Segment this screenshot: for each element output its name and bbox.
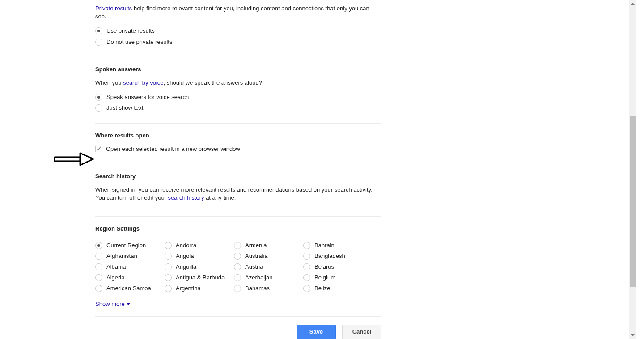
- heading-where-results-open: Where results open: [95, 132, 381, 140]
- region-option[interactable]: Belize: [303, 284, 373, 292]
- save-button[interactable]: Save: [297, 325, 336, 339]
- section-private-results: Private results help find more relevant …: [95, 4, 381, 57]
- radio-icon: [165, 274, 172, 281]
- region-option[interactable]: Anguilla: [165, 263, 234, 271]
- region-column: Current RegionAfghanistanAlbaniaAlgeriaA…: [95, 239, 165, 296]
- radio-icon: [95, 39, 102, 46]
- search-history-description: When signed in, you can receive more rel…: [95, 186, 381, 202]
- desc-text: , should we speak the answers aloud?: [163, 79, 262, 86]
- region-label: Albania: [106, 263, 126, 271]
- region-option[interactable]: Belarus: [303, 263, 373, 271]
- button-row: Save Cancel: [95, 325, 381, 339]
- vertical-scrollbar[interactable]: [629, 0, 636, 339]
- radio-icon: [95, 27, 102, 34]
- show-more-label: Show more: [95, 300, 125, 308]
- heading-region-settings: Region Settings: [95, 225, 381, 233]
- private-results-description: Private results help find more relevant …: [95, 4, 381, 21]
- region-option[interactable]: Azerbaijan: [234, 274, 303, 282]
- region-label: Algeria: [106, 274, 124, 282]
- section-region-settings: Region Settings Current RegionAfghanista…: [95, 225, 381, 316]
- region-label: Australia: [245, 252, 268, 260]
- radio-icon: [95, 242, 102, 249]
- triangle-down-icon: [631, 334, 635, 336]
- region-option[interactable]: Bahamas: [234, 284, 303, 292]
- radio-just-show-text[interactable]: Just show text: [95, 104, 381, 112]
- checkbox-icon: [95, 146, 102, 152]
- scroll-up-button[interactable]: [629, 0, 636, 8]
- heading-spoken-answers: Spoken answers: [95, 65, 381, 73]
- radio-label: Just show text: [106, 104, 143, 112]
- scroll-down-button[interactable]: [629, 331, 636, 339]
- region-option[interactable]: Angola: [165, 252, 234, 260]
- radio-icon: [234, 285, 241, 292]
- region-label: Belgium: [314, 274, 335, 282]
- region-option[interactable]: Australia: [234, 252, 303, 260]
- region-option[interactable]: Antigua & Barbuda: [165, 274, 234, 282]
- region-option[interactable]: Algeria: [95, 274, 165, 282]
- radio-icon: [303, 263, 310, 270]
- region-label: Argentina: [176, 284, 201, 292]
- radio-icon: [234, 274, 241, 281]
- search-history-link[interactable]: search history: [168, 194, 204, 201]
- radio-icon: [165, 285, 172, 292]
- radio-use-private-results[interactable]: Use private results: [95, 27, 381, 35]
- checkbox-open-new-window[interactable]: Open each selected result in a new brows…: [95, 145, 381, 153]
- region-option[interactable]: Belgium: [303, 274, 373, 282]
- region-column: ArmeniaAustraliaAustriaAzerbaijanBahamas: [234, 239, 303, 296]
- section-spoken-answers: Spoken answers When you search by voice,…: [95, 65, 381, 124]
- checkbox-label: Open each selected result in a new brows…: [106, 145, 240, 153]
- section-where-results-open: Where results open Open each selected re…: [95, 132, 381, 164]
- search-by-voice-link[interactable]: search by voice: [123, 79, 163, 86]
- region-label: Belarus: [314, 263, 334, 271]
- scroll-thumb[interactable]: [630, 116, 636, 287]
- triangle-up-icon: [631, 3, 635, 5]
- caret-down-icon: [127, 303, 130, 305]
- region-option[interactable]: Andorra: [165, 241, 234, 249]
- radio-icon: [234, 253, 241, 260]
- radio-icon: [303, 253, 310, 260]
- section-search-history: Search history When signed in, you can r…: [95, 172, 381, 217]
- region-label: Armenia: [245, 241, 267, 249]
- region-option[interactable]: American Samoa: [95, 284, 165, 292]
- show-more-link[interactable]: Show more: [95, 300, 130, 308]
- region-option[interactable]: Bangladesh: [303, 252, 373, 260]
- region-option[interactable]: Current Region: [95, 241, 165, 249]
- region-label: Austria: [245, 263, 263, 271]
- radio-icon: [165, 253, 172, 260]
- region-column: AndorraAngolaAnguillaAntigua & BarbudaAr…: [165, 239, 234, 296]
- region-column: BahrainBangladeshBelarusBelgiumBelize: [303, 239, 373, 296]
- private-results-link[interactable]: Private results: [95, 5, 132, 12]
- radio-icon: [95, 285, 102, 292]
- heading-search-history: Search history: [95, 172, 381, 180]
- radio-icon: [165, 242, 172, 249]
- spoken-answers-description: When you search by voice, should we spea…: [95, 79, 381, 87]
- desc-text: at any time.: [204, 194, 236, 201]
- annotation-arrow-icon: [53, 151, 94, 167]
- region-label: Azerbaijan: [245, 274, 272, 282]
- region-label: Anguilla: [176, 263, 196, 271]
- region-option[interactable]: Argentina: [165, 284, 234, 292]
- radio-icon: [95, 94, 102, 101]
- radio-icon: [303, 274, 310, 281]
- radio-speak-answers[interactable]: Speak answers for voice search: [95, 93, 381, 101]
- region-label: Bahrain: [314, 241, 335, 249]
- private-results-desc-text: help find more relevant content for you,…: [95, 5, 369, 20]
- region-option[interactable]: Armenia: [234, 241, 303, 249]
- region-label: Belize: [314, 284, 330, 292]
- radio-label: Speak answers for voice search: [106, 93, 189, 101]
- region-label: Afghanistan: [106, 252, 137, 260]
- radio-icon: [95, 263, 102, 270]
- radio-icon: [303, 285, 310, 292]
- region-grid: Current RegionAfghanistanAlbaniaAlgeriaA…: [95, 239, 381, 296]
- region-option[interactable]: Afghanistan: [95, 252, 165, 260]
- region-label: American Samoa: [106, 284, 151, 292]
- region-option[interactable]: Bahrain: [303, 241, 373, 249]
- radio-icon: [95, 253, 102, 260]
- radio-do-not-use-private-results[interactable]: Do not use private results: [95, 38, 381, 46]
- cancel-button[interactable]: Cancel: [342, 325, 381, 339]
- region-label: Current Region: [106, 241, 146, 249]
- region-option[interactable]: Austria: [234, 263, 303, 271]
- region-option[interactable]: Albania: [95, 263, 165, 271]
- radio-icon: [303, 242, 310, 249]
- radio-icon: [95, 104, 102, 112]
